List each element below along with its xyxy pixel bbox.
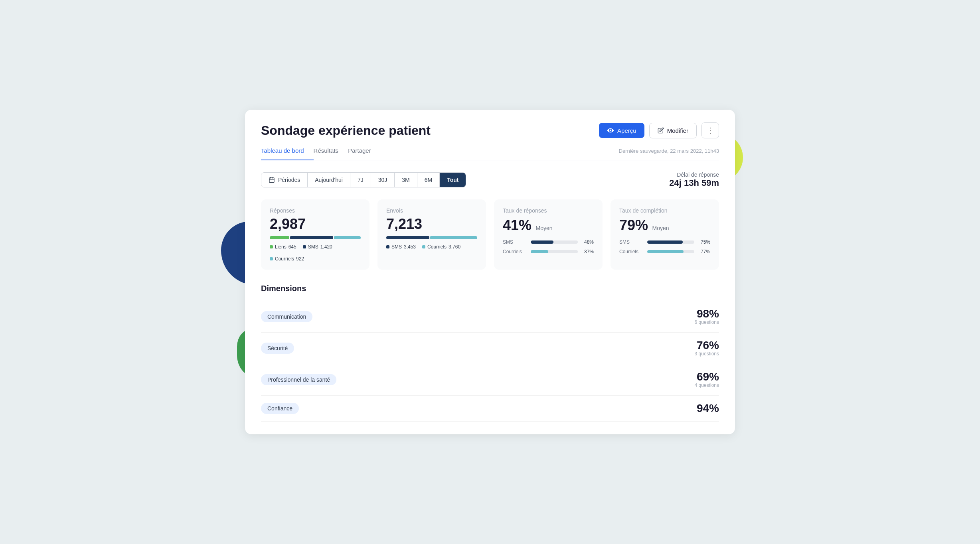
filter-6m[interactable]: 6M (417, 173, 440, 187)
filter-aujourdhui[interactable]: Aujourd'hui (308, 173, 350, 187)
breakdown-courriels-value: 922 (296, 256, 304, 262)
rate-pct-sms-completion: 75% (698, 239, 710, 245)
dimension-row-confiance: Confiance 94% (261, 396, 719, 422)
dot-courriels (270, 257, 273, 260)
response-delay-label: Délai de réponse (669, 171, 719, 178)
dot-liens (270, 245, 273, 248)
dimension-row-professionnel: Professionnel de la santé 69% 4 question… (261, 364, 719, 396)
dimension-pct-communication: 98% (695, 308, 719, 319)
breakdown-liens: Liens 645 (270, 244, 296, 250)
header-actions: Aperçu Modifier ⋮ (599, 122, 719, 138)
dimension-right-professionnel: 69% 4 questions (695, 371, 719, 388)
stat-value-taux-completion-row: 79% Moyen (619, 217, 710, 234)
breakdown-envois-courriels-label: Courriels (427, 244, 447, 250)
response-delay: Délai de réponse 24j 13h 59m (669, 171, 719, 188)
stat-label-taux-reponses: Taux de réponses (503, 207, 594, 214)
filter-7j[interactable]: 7J (350, 173, 371, 187)
dimension-row-communication: Communication 98% 6 questions (261, 301, 719, 333)
rate-bar-fill-courriels-completion (647, 250, 684, 253)
tab-partager[interactable]: Partager (348, 142, 381, 160)
dimensions-title: Dimensions (261, 284, 719, 293)
filter-30j[interactable]: 30J (371, 173, 395, 187)
stat-label-envois: Envois (386, 207, 477, 214)
dot-envois-sms (386, 245, 389, 248)
dimension-row-securite: Sécurité 76% 3 questions (261, 333, 719, 364)
breakdown-sms-label: SMS (308, 244, 318, 250)
rate-row-courriels-completion: Courriels 77% (619, 249, 710, 254)
dimension-right-confiance: 94% (697, 403, 719, 414)
pb-seg-sms (290, 236, 333, 239)
stat-label-taux-completion: Taux de complétion (619, 207, 710, 214)
breakdown-courriels-label: Courriels (275, 256, 294, 262)
rate-bar-bg-sms (531, 240, 578, 244)
rate-pct-courriels: 37% (582, 249, 594, 254)
breakdown-envois-courriels: Courriels 3,760 (422, 244, 460, 250)
rate-bar-bg-courriels-completion (647, 250, 694, 253)
dot-sms (303, 245, 306, 248)
dimension-right-securite: 76% 3 questions (695, 340, 719, 357)
stat-card-envois: Envois 7,213 SMS 3,453 Courriels 3,7 (377, 199, 486, 270)
eye-icon (607, 127, 614, 134)
stat-value-taux-reponses: 41% (503, 217, 531, 233)
rate-bar-bg-courriels (531, 250, 578, 253)
page-wrapper: Sondage expérience patient Aperçu Modifi… (245, 110, 735, 434)
dimension-questions-professionnel: 4 questions (695, 382, 719, 388)
rate-row-sms-completion: SMS 75% (619, 239, 710, 245)
pb-seg-liens (270, 236, 289, 239)
stat-card-reponses: Réponses 2,987 Liens 645 SMS (261, 199, 369, 270)
dot-envois-courriels (422, 245, 425, 248)
dimension-tag-securite: Sécurité (261, 343, 294, 354)
stat-breakdown-reponses: Liens 645 SMS 1,420 Courriels 922 (270, 244, 361, 262)
stat-value-envois: 7,213 (386, 217, 477, 231)
filter-tout[interactable]: Tout (440, 173, 466, 187)
rate-row-sms-reponses: SMS 48% (503, 239, 594, 245)
rate-label-sms-completion: SMS (619, 239, 643, 245)
tab-resultats[interactable]: Résultats (314, 142, 348, 160)
filter-row: Périodes Aujourd'hui 7J 30J 3M 6M Tout D… (261, 171, 719, 188)
filter-periodes[interactable]: Périodes (261, 173, 308, 187)
rate-bar-fill-sms (531, 240, 553, 244)
rate-pct-courriels-completion: 77% (698, 249, 710, 254)
page-title: Sondage expérience patient (261, 123, 431, 138)
dimensions-section: Dimensions Communication 98% 6 questions… (261, 284, 719, 422)
dimension-questions-communication: 6 questions (695, 319, 719, 325)
rate-bar-fill-sms-completion (647, 240, 683, 244)
pencil-icon (658, 127, 664, 134)
pb-seg-envois-courriels (430, 236, 477, 239)
stat-card-taux-completion: Taux de complétion 79% Moyen SMS 75% Cou… (611, 199, 719, 270)
tab-tableau-de-bord[interactable]: Tableau de bord (261, 142, 314, 160)
breakdown-sms: SMS 1,420 (303, 244, 332, 250)
tabs: Tableau de bord Résultats Partager (261, 142, 381, 160)
stat-value-reponses: 2,987 (270, 217, 361, 231)
rate-label-sms: SMS (503, 239, 527, 245)
stat-label-reponses: Réponses (270, 207, 361, 214)
apercu-button[interactable]: Aperçu (599, 123, 644, 138)
breakdown-courriels: Courriels 922 (270, 256, 304, 262)
stat-value-taux-reponses-row: 41% Moyen (503, 217, 594, 234)
rate-bar-fill-courriels (531, 250, 548, 253)
breakdown-liens-label: Liens (275, 244, 286, 250)
filter-buttons: Périodes Aujourd'hui 7J 30J 3M 6M Tout (261, 172, 466, 187)
calendar-icon (269, 177, 275, 183)
header: Sondage expérience patient Aperçu Modifi… (261, 122, 719, 138)
stats-grid: Réponses 2,987 Liens 645 SMS (261, 199, 719, 270)
rate-row-courriels-reponses: Courriels 37% (503, 249, 594, 254)
stat-breakdown-envois: SMS 3,453 Courriels 3,760 (386, 244, 477, 250)
filter-3m[interactable]: 3M (395, 173, 417, 187)
pb-seg-envois-sms (386, 236, 429, 239)
dimension-questions-securite: 3 questions (695, 351, 719, 357)
rate-pct-sms: 48% (582, 239, 594, 245)
response-delay-value: 24j 13h 59m (669, 178, 719, 188)
dimension-pct-securite: 76% (695, 340, 719, 351)
modifier-button[interactable]: Modifier (649, 123, 697, 138)
stat-badge-taux-completion: Moyen (652, 225, 669, 231)
more-button[interactable]: ⋮ (701, 122, 719, 138)
breakdown-envois-courriels-value: 3,760 (449, 244, 460, 250)
progress-bar-reponses (270, 236, 361, 239)
rate-bar-bg-sms-completion (647, 240, 694, 244)
tabs-row: Tableau de bord Résultats Partager Derni… (261, 142, 719, 160)
breakdown-sms-value: 1,420 (320, 244, 332, 250)
progress-bar-envois (386, 236, 477, 239)
svg-rect-0 (269, 177, 274, 182)
dimension-tag-professionnel: Professionnel de la santé (261, 374, 336, 385)
